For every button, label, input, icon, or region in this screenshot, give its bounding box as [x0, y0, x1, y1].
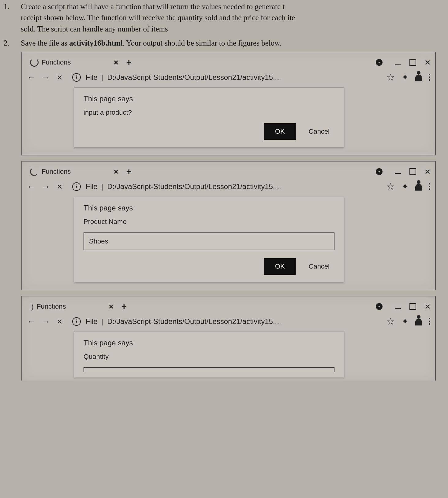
js-dialog: This page says Quantity — [74, 332, 344, 377]
instruction-2-pre: Save the file as — [21, 39, 69, 47]
tab-title: Functions — [42, 58, 71, 66]
window-minimize-icon[interactable] — [395, 308, 401, 309]
new-tab-button[interactable]: + — [121, 301, 127, 312]
url-path: D:/JavaScript-Students/Output/Lesson21/a… — [107, 73, 281, 81]
instructions-block: 1.Create a script that will have a funct… — [12, 1, 442, 49]
tab-close-icon[interactable]: × — [114, 167, 118, 177]
url-separator: | — [101, 182, 103, 191]
js-dialog: This page says Product Name OK Cancel — [74, 197, 344, 282]
instruction-1-line3: sold. The script can handle any number o… — [21, 25, 168, 33]
stop-reload-button[interactable]: × — [55, 181, 64, 192]
dialog-buttons: OK Cancel — [84, 123, 334, 140]
back-button[interactable]: ← — [27, 181, 36, 192]
menu-kebab-icon[interactable] — [429, 74, 430, 81]
extensions-icon[interactable]: ✦ — [401, 181, 409, 191]
browser-window-3: ) Functions × + ▾ × ← → × i File | D:/Ja… — [21, 296, 436, 381]
window-close-icon[interactable]: × — [425, 57, 430, 68]
dialog-ok-button[interactable]: OK — [264, 123, 296, 140]
dialog-title: This page says — [84, 204, 334, 212]
site-info-icon[interactable]: i — [72, 182, 81, 191]
dialog-message: Product Name — [84, 218, 334, 226]
window-minimize-icon[interactable] — [395, 173, 401, 174]
instruction-item-1: 1.Create a script that will have a funct… — [12, 1, 442, 35]
profile-avatar-icon[interactable] — [415, 184, 422, 191]
address-bar: ← → × i File | D:/JavaScript-Students/Ou… — [25, 70, 432, 84]
bookmark-star-icon[interactable]: ☆ — [386, 316, 395, 327]
url-scheme: File — [86, 317, 98, 325]
profile-avatar-icon[interactable] — [415, 319, 422, 325]
dialog-buttons: OK Cancel — [84, 258, 334, 275]
extensions-icon[interactable]: ✦ — [401, 316, 409, 326]
browser-tab[interactable]: Functions — [27, 166, 74, 177]
address-bar: ← → × i File | D:/JavaScript-Students/Ou… — [25, 314, 432, 329]
media-indicator-icon[interactable]: ▾ — [376, 168, 383, 175]
forward-button[interactable]: → — [41, 181, 50, 192]
dialog-ok-button[interactable]: OK — [264, 258, 296, 275]
titlebar: Functions × + ▾ × — [25, 55, 432, 70]
profile-avatar-icon[interactable] — [415, 75, 422, 81]
stop-reload-button[interactable]: × — [55, 316, 64, 327]
site-info-icon[interactable]: i — [72, 317, 81, 326]
loading-spinner-icon — [30, 58, 39, 67]
window-controls: × — [395, 301, 430, 312]
dialog-message: Quantity — [84, 353, 334, 361]
window-maximize-icon[interactable] — [409, 59, 416, 66]
dialog-title: This page says — [84, 95, 334, 103]
titlebar: Functions × + ▾ × — [25, 164, 432, 179]
toolbar-right-icons: ☆ ✦ — [386, 181, 430, 192]
extensions-icon[interactable]: ✦ — [401, 72, 409, 82]
media-indicator-icon[interactable]: ▾ — [376, 59, 383, 66]
url-display[interactable]: File | D:/JavaScript-Students/Output/Les… — [86, 182, 382, 191]
toolbar-right-icons: ☆ ✦ — [386, 72, 430, 83]
window-close-icon[interactable]: × — [425, 166, 430, 177]
instruction-1-line2: receipt shown below. The function will r… — [21, 13, 295, 22]
dialog-prompt-input[interactable] — [84, 232, 334, 250]
browser-tab[interactable]: Functions — [27, 57, 74, 68]
browser-window-2: Functions × + ▾ × ← → × i File | D:/Java… — [21, 161, 436, 290]
instruction-item-2: 2.Save the file as activity16b.html. You… — [12, 38, 442, 49]
loading-spinner-icon: ) — [30, 302, 34, 311]
tab-title: Functions — [42, 168, 71, 176]
window-maximize-icon[interactable] — [409, 303, 416, 310]
window-controls: × — [395, 57, 430, 68]
new-tab-button[interactable]: + — [126, 166, 132, 177]
url-path: D:/JavaScript-Students/Output/Lesson21/a… — [107, 317, 281, 325]
instruction-1-line1: Create a script that will have a functio… — [21, 2, 285, 11]
browser-tab[interactable]: ) Functions — [27, 301, 69, 312]
address-bar: ← → × i File | D:/JavaScript-Students/Ou… — [25, 179, 432, 194]
menu-kebab-icon[interactable] — [429, 318, 430, 325]
dialog-prompt-input[interactable] — [84, 367, 334, 372]
url-path: D:/JavaScript-Students/Output/Lesson21/a… — [107, 182, 281, 191]
new-tab-button[interactable]: + — [126, 57, 132, 68]
instruction-2-filename: activity16b.html — [69, 39, 122, 47]
url-separator: | — [101, 73, 103, 81]
dialog-message: input a product? — [84, 109, 334, 117]
media-indicator-icon[interactable]: ▾ — [376, 303, 383, 310]
loading-spinner-icon — [30, 167, 39, 176]
url-display[interactable]: File | D:/JavaScript-Students/Output/Les… — [86, 317, 382, 326]
window-close-icon[interactable]: × — [425, 301, 430, 312]
tab-close-icon[interactable]: × — [114, 58, 118, 67]
titlebar: ) Functions × + ▾ × — [25, 299, 432, 314]
back-button[interactable]: ← — [27, 316, 36, 327]
browser-window-1: Functions × + ▾ × ← → × i File | D:/Java… — [21, 52, 436, 155]
bookmark-star-icon[interactable]: ☆ — [386, 72, 395, 83]
stop-reload-button[interactable]: × — [55, 72, 64, 83]
window-controls: × — [395, 166, 430, 177]
tab-title: Functions — [37, 303, 66, 310]
toolbar-right-icons: ☆ ✦ — [386, 316, 430, 327]
dialog-cancel-button[interactable]: Cancel — [307, 127, 331, 136]
js-dialog: This page says input a product? OK Cance… — [74, 87, 344, 147]
forward-button[interactable]: → — [41, 72, 50, 83]
site-info-icon[interactable]: i — [72, 73, 81, 82]
forward-button[interactable]: → — [41, 316, 50, 327]
url-display[interactable]: File | D:/JavaScript-Students/Output/Les… — [86, 73, 382, 82]
window-minimize-icon[interactable] — [395, 64, 401, 65]
tab-close-icon[interactable]: × — [109, 302, 113, 311]
dialog-cancel-button[interactable]: Cancel — [307, 262, 331, 271]
instruction-2-post: . Your output should be similar to the f… — [123, 39, 282, 47]
menu-kebab-icon[interactable] — [429, 183, 430, 190]
back-button[interactable]: ← — [27, 72, 36, 83]
bookmark-star-icon[interactable]: ☆ — [386, 181, 395, 192]
window-maximize-icon[interactable] — [409, 168, 416, 175]
